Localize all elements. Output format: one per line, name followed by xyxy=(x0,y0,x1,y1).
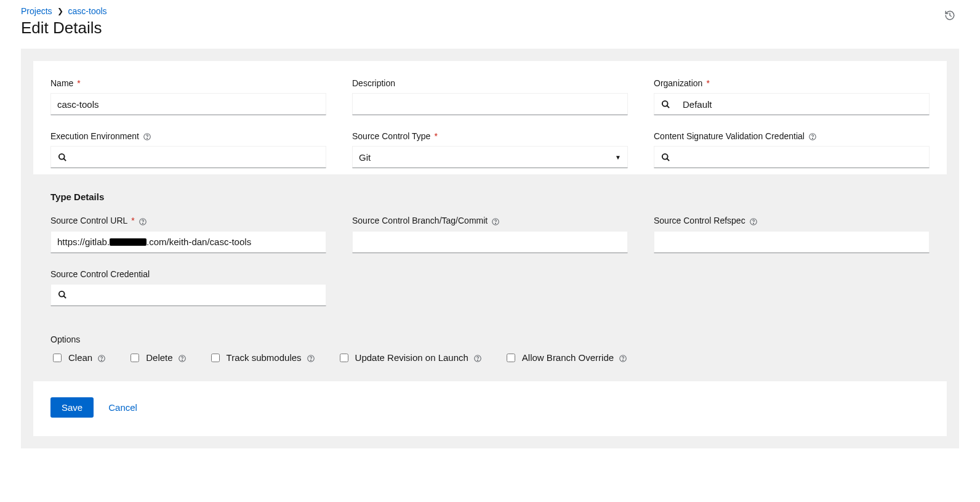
label-sig-cred: Content Signature Validation Credential xyxy=(654,131,805,141)
field-scm-branch: Source Control Branch/Tag/Commit xyxy=(352,216,628,253)
label-name: Name xyxy=(50,78,73,88)
svg-line-9 xyxy=(667,158,669,161)
svg-point-8 xyxy=(662,154,667,160)
label-scm-refspec: Source Control Refspec xyxy=(654,216,745,225)
options-heading: Options xyxy=(50,334,930,344)
exec-env-lookup-button[interactable] xyxy=(51,153,73,162)
history-icon[interactable] xyxy=(941,6,959,26)
svg-point-4 xyxy=(58,154,64,160)
redacted-hostname xyxy=(110,238,147,246)
option-update_on_launch-label: Update Revision on Launch xyxy=(355,352,468,363)
label-exec-env: Execution Environment xyxy=(50,131,139,141)
svg-point-15 xyxy=(753,223,753,224)
sig-cred-input[interactable] xyxy=(677,148,929,166)
option-clean-checkbox[interactable] xyxy=(53,354,62,362)
svg-point-3 xyxy=(147,139,148,139)
organization-input[interactable] xyxy=(677,95,929,113)
breadcrumb: Projects ❯ casc-tools xyxy=(21,6,107,17)
svg-point-19 xyxy=(102,360,102,361)
scm-refspec-input[interactable] xyxy=(654,233,929,251)
required-asterisk: * xyxy=(77,78,80,88)
type-details-heading: Type Details xyxy=(50,192,930,202)
scm-type-value: Git xyxy=(359,152,615,163)
sig-cred-lookup-button[interactable] xyxy=(654,153,677,162)
field-name: Name * xyxy=(50,78,326,115)
svg-point-7 xyxy=(812,139,813,139)
option-track_submodules-label: Track submodules xyxy=(227,352,302,363)
caret-down-icon: ▼ xyxy=(615,154,621,161)
option-track_submodules-checkbox[interactable] xyxy=(211,354,220,362)
option-clean[interactable]: Clean xyxy=(50,352,106,364)
field-scm-type: Source Control Type * Git ▼ xyxy=(352,131,628,168)
field-scm-cred: Source Control Credential xyxy=(50,269,326,306)
breadcrumb-root[interactable]: Projects xyxy=(21,6,52,16)
name-input[interactable] xyxy=(51,95,326,113)
svg-line-1 xyxy=(667,105,669,108)
breadcrumb-current[interactable]: casc-tools xyxy=(68,6,107,16)
field-exec-env: Execution Environment xyxy=(50,131,326,168)
help-icon[interactable] xyxy=(808,131,817,141)
option-delete-checkbox[interactable] xyxy=(131,354,139,362)
option-allow_branch_override-checkbox[interactable] xyxy=(507,354,515,362)
svg-point-13 xyxy=(496,223,496,224)
exec-env-input[interactable] xyxy=(73,148,326,166)
description-input[interactable] xyxy=(353,95,627,113)
scm-cred-input[interactable] xyxy=(73,286,326,304)
field-scm-url: Source Control URL * https://gitlab..com… xyxy=(50,216,326,253)
page-title: Edit Details xyxy=(21,18,107,38)
option-allow_branch_override[interactable]: Allow Branch Override xyxy=(504,352,627,364)
svg-point-25 xyxy=(477,360,478,361)
help-icon[interactable] xyxy=(491,216,500,225)
option-update_on_launch-checkbox[interactable] xyxy=(340,354,348,362)
svg-point-21 xyxy=(182,360,182,361)
option-update_on_launch[interactable]: Update Revision on Launch xyxy=(337,352,482,364)
label-scm-branch: Source Control Branch/Tag/Commit xyxy=(352,216,488,225)
scm-url-value-suffix[interactable]: .com/keith-dan/casc-tools xyxy=(147,237,251,247)
help-icon[interactable] xyxy=(619,352,627,363)
scm-cred-lookup-button[interactable] xyxy=(51,290,73,299)
help-icon[interactable] xyxy=(307,352,315,363)
help-icon[interactable] xyxy=(97,352,106,363)
option-track_submodules[interactable]: Track submodules xyxy=(209,352,315,364)
help-icon[interactable] xyxy=(178,352,187,363)
option-delete-label: Delete xyxy=(146,352,172,363)
option-allow_branch_override-label: Allow Branch Override xyxy=(522,352,614,363)
field-sig-cred: Content Signature Validation Credential xyxy=(654,131,930,168)
label-scm-cred: Source Control Credential xyxy=(50,269,150,279)
svg-point-0 xyxy=(662,100,667,106)
option-delete[interactable]: Delete xyxy=(128,352,186,364)
field-organization: Organization * xyxy=(654,78,930,115)
svg-line-5 xyxy=(63,158,66,161)
scm-branch-input[interactable] xyxy=(353,233,627,251)
scm-type-select[interactable]: Git ▼ xyxy=(352,146,628,168)
organization-lookup-button[interactable] xyxy=(654,100,677,109)
label-scm-type: Source Control Type xyxy=(352,131,430,141)
help-icon[interactable] xyxy=(139,216,147,225)
label-description: Description xyxy=(352,78,395,88)
label-scm-url: Source Control URL xyxy=(50,216,127,225)
field-description: Description xyxy=(352,78,628,115)
cancel-button[interactable]: Cancel xyxy=(108,402,137,413)
help-icon[interactable] xyxy=(473,352,482,363)
svg-line-17 xyxy=(63,296,66,298)
svg-point-16 xyxy=(58,291,64,297)
save-button[interactable]: Save xyxy=(50,397,94,418)
label-organization: Organization xyxy=(654,78,702,88)
field-scm-refspec: Source Control Refspec xyxy=(654,216,930,253)
scm-url-value-prefix[interactable]: https://gitlab. xyxy=(57,237,110,247)
svg-point-23 xyxy=(310,360,311,361)
svg-point-27 xyxy=(623,360,624,361)
required-asterisk: * xyxy=(434,131,437,141)
chevron-right-icon: ❯ xyxy=(57,7,63,15)
required-asterisk: * xyxy=(131,216,134,225)
option-clean-label: Clean xyxy=(68,352,92,363)
svg-point-11 xyxy=(142,223,143,224)
help-icon[interactable] xyxy=(749,216,758,225)
help-icon[interactable] xyxy=(143,131,151,141)
required-asterisk: * xyxy=(706,78,709,88)
